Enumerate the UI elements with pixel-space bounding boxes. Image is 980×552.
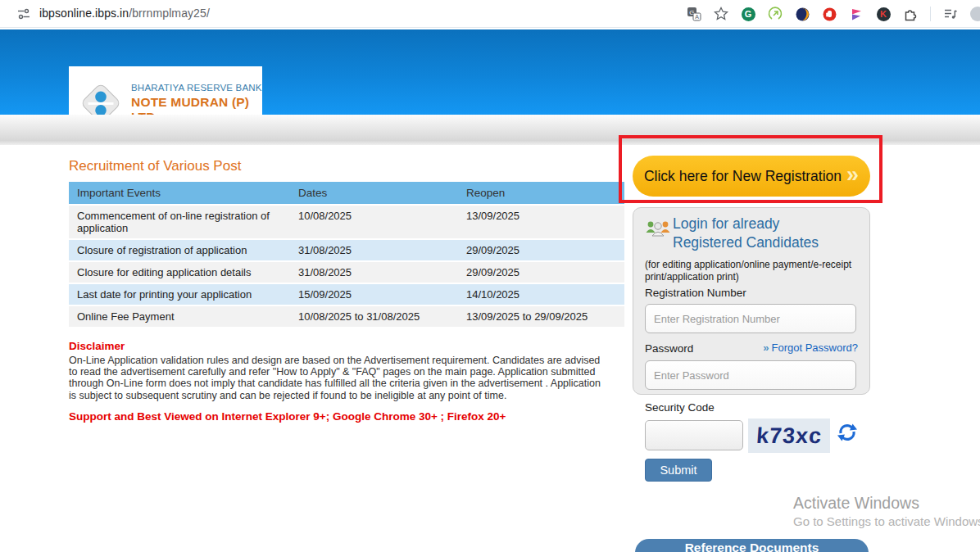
date-cell: 10/08/2025 to 31/08/2025 bbox=[290, 306, 458, 328]
login-panel-subtitle: (for editing application/online payment/… bbox=[645, 259, 861, 283]
password-label: Password bbox=[645, 342, 693, 355]
reopen-cell: 13/09/2025 bbox=[458, 206, 624, 240]
forgot-chevron-icon: » bbox=[763, 342, 769, 354]
k-extension-icon[interactable]: K bbox=[876, 7, 891, 21]
col-header-reopen: Reopen bbox=[458, 182, 624, 206]
pagespeed-extension-icon[interactable] bbox=[768, 7, 783, 21]
password-input[interactable] bbox=[645, 360, 856, 390]
captcha-image: k73xc bbox=[748, 419, 830, 453]
reopen-cell: 29/09/2025 bbox=[458, 262, 624, 284]
event-cell: Commencement of on-line registration of … bbox=[69, 206, 290, 240]
col-header-dates: Dates bbox=[290, 182, 458, 206]
important-events-table: Important Events Dates Reopen Commenceme… bbox=[69, 182, 624, 328]
browser-toolbar: ibpsonline.ibps.in/brrnmplmay25/ G A G bbox=[0, 0, 980, 28]
captcha-text: k73xc bbox=[755, 423, 823, 449]
disclaimer-heading: Disclaimer bbox=[69, 340, 125, 352]
date-cell: 31/08/2025 bbox=[290, 240, 458, 262]
event-cell: Closure for editing application details bbox=[69, 262, 290, 284]
forgot-password-label: Forgot Password? bbox=[772, 342, 859, 354]
site-settings-icon[interactable] bbox=[16, 7, 31, 21]
url-domain: ibpsonline.ibps.in bbox=[39, 7, 129, 20]
security-code-label: Security Code bbox=[645, 401, 715, 414]
site-header: BHARATIYA RESERVE BANK NOTE MUDRAN (P) L… bbox=[0, 29, 980, 115]
browser-support-note: Support and Best Viewed on Internet Expl… bbox=[69, 410, 506, 423]
event-cell: Last date for printing your application bbox=[69, 284, 290, 306]
logo-text-line1: BHARATIYA RESERVE BANK bbox=[131, 83, 262, 93]
screen: ibpsonline.ibps.in/brrnmplmay25/ G A G bbox=[0, 0, 980, 552]
toolbar-separator bbox=[930, 7, 931, 21]
login-panel-title: Login for already Registered Candidates bbox=[673, 215, 841, 252]
disclaimer-text: On-Line Application validation rules and… bbox=[69, 355, 610, 401]
swirl-extension-icon[interactable] bbox=[795, 7, 810, 21]
login-panel: Login for already Registered Candidates … bbox=[633, 207, 870, 395]
table-row: Online Fee Payment 10/08/2025 to 31/08/2… bbox=[69, 306, 624, 328]
captcha-refresh-icon[interactable] bbox=[837, 423, 857, 442]
col-header-important-events: Important Events bbox=[69, 182, 290, 206]
submit-button[interactable]: Submit bbox=[645, 459, 712, 482]
date-cell: 15/09/2025 bbox=[290, 284, 458, 306]
table-row: Last date for printing your application … bbox=[69, 284, 624, 306]
reopen-cell: 29/09/2025 bbox=[458, 240, 624, 262]
svg-text:A: A bbox=[695, 14, 699, 20]
double-chevron-icon: » bbox=[846, 164, 859, 186]
address-bar[interactable]: ibpsonline.ibps.in/brrnmplmay25/ bbox=[39, 7, 210, 20]
translate-icon[interactable]: G A bbox=[687, 7, 701, 21]
new-registration-label: Click here for New Registration bbox=[644, 168, 842, 185]
page-title: Recruitment of Various Post bbox=[69, 158, 241, 174]
table-row: Commencement of on-line registration of … bbox=[69, 206, 624, 240]
reopen-cell: 13/09/2025 to 29/09/2025 bbox=[458, 306, 624, 328]
adblock-extension-icon[interactable] bbox=[822, 7, 837, 21]
forgot-password-link[interactable]: »Forgot Password? bbox=[763, 342, 858, 354]
table-header-row: Important Events Dates Reopen bbox=[69, 182, 624, 206]
table-row: Closure for editing application details … bbox=[69, 262, 624, 284]
registration-number-input[interactable] bbox=[645, 304, 856, 333]
grammarly-extension-icon[interactable]: G bbox=[741, 7, 755, 21]
activate-windows-subtext: Go to Settings to activate Windows bbox=[793, 514, 980, 528]
flag-extension-icon[interactable] bbox=[849, 7, 864, 21]
extensions-puzzle-icon[interactable] bbox=[903, 7, 918, 21]
new-registration-button[interactable]: Click here for New Registration » bbox=[633, 156, 870, 197]
profile-avatar-icon[interactable] bbox=[970, 7, 980, 21]
event-cell: Closure of registration of application bbox=[69, 240, 290, 262]
reference-documents-button[interactable]: Reference Documents bbox=[635, 539, 869, 552]
registration-number-label: Registration Number bbox=[645, 287, 746, 299]
date-cell: 10/08/2025 bbox=[290, 206, 458, 240]
security-code-input[interactable] bbox=[645, 420, 743, 450]
bookmark-star-icon[interactable] bbox=[714, 7, 728, 21]
date-cell: 31/08/2025 bbox=[290, 262, 458, 284]
table-row: Closure of registration of application 3… bbox=[69, 240, 624, 262]
users-group-icon bbox=[645, 219, 671, 238]
reading-list-icon[interactable] bbox=[943, 7, 958, 21]
reopen-cell: 14/10/2025 bbox=[458, 284, 624, 306]
url-path: /brrnmplmay25/ bbox=[129, 7, 210, 20]
toolbar-icons: G A G bbox=[687, 0, 980, 28]
activate-windows-watermark: Activate Windows bbox=[793, 494, 919, 513]
event-cell: Online Fee Payment bbox=[69, 306, 290, 328]
